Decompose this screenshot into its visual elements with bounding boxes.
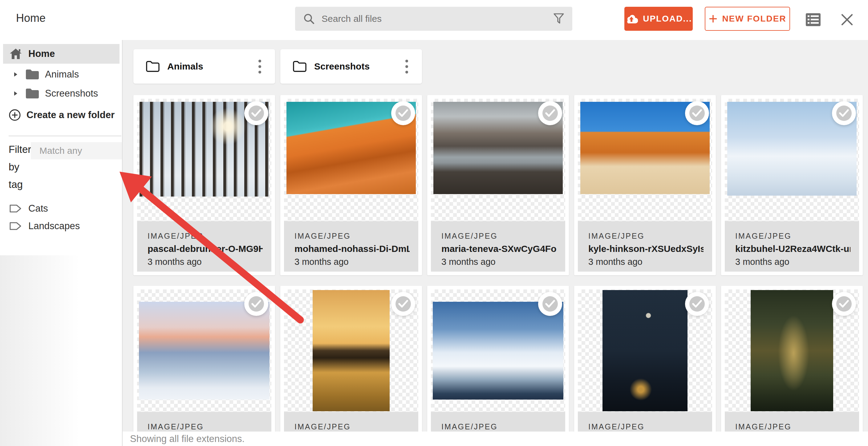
folder-kebab-menu[interactable]: [400, 58, 413, 75]
check-icon: [249, 296, 264, 312]
tag-item-cats[interactable]: Cats: [0, 199, 123, 218]
upload-button[interactable]: UPLOAD...: [624, 7, 693, 31]
file-thumbnail: [284, 289, 418, 412]
select-check-button[interactable]: [685, 292, 709, 316]
file-name: pascal-debrunner-O-MG9HpNKgI...: [148, 244, 263, 254]
file-modified-label: 3 months ago: [294, 257, 410, 267]
file-name: kyle-hinkson-rXSUedxSyIs-unspl...: [588, 244, 704, 254]
folder-card[interactable]: Screenshots: [280, 49, 422, 84]
folder-icon: [25, 69, 39, 80]
file-thumbnail: [137, 289, 271, 412]
close-button[interactable]: [838, 11, 856, 28]
search-bar[interactable]: [295, 7, 572, 31]
file-modified-label: 3 months ago: [735, 257, 850, 267]
sidebar-tree-item-animals[interactable]: Animals: [0, 65, 123, 84]
check-icon: [836, 296, 852, 312]
file-thumbnail: [578, 289, 712, 412]
file-caption: IMAGE/JPEG maria-teneva-SXwCyG4FoPk-uns.…: [431, 221, 565, 272]
create-new-folder-label: Create a new folder: [27, 109, 115, 121]
file-caption: IMAGE/JPEG mohamed-nohassi-Di-DmLD6cW8..…: [284, 221, 418, 272]
file-card[interactable]: IMAGE/JPEG kyle-hinkson-rXSUedxSyIs-unsp…: [574, 95, 716, 275]
file-thumbnail: [284, 99, 418, 221]
folder-outline-icon: [146, 61, 160, 72]
file-modified-label: 3 months ago: [148, 257, 263, 267]
folder-kebab-menu[interactable]: [253, 58, 266, 75]
file-caption: IMAGE/JPEG kitzbuhel-U2Reza4WCtk-unsplas…: [725, 221, 859, 272]
list-view-icon: [805, 12, 821, 27]
file-card[interactable]: IMAGE/JPEG kitzbuhel-U2Reza4WCtk-unsplas…: [721, 95, 863, 275]
tag-match-select[interactable]: Match any: [31, 142, 122, 159]
sidebar-item-home[interactable]: Home: [3, 44, 120, 64]
thumbnail-image: [602, 290, 687, 411]
file-type-label: IMAGE/JPEG: [441, 232, 557, 241]
sidebar-tree-item-screenshots[interactable]: Screenshots: [0, 84, 123, 103]
filter-icon[interactable]: [553, 13, 564, 25]
select-check-button[interactable]: [538, 292, 562, 316]
tag-item-landscapes[interactable]: Landscapes: [0, 217, 123, 235]
file-type-label: IMAGE/JPEG: [294, 422, 410, 431]
create-new-folder-button[interactable]: Create a new folder: [0, 105, 123, 125]
sidebar-divider: [9, 136, 121, 136]
sidebar-scrim: [0, 255, 80, 446]
new-folder-button-label: NEW FOLDER: [722, 14, 786, 24]
select-check-button[interactable]: [391, 292, 415, 316]
page-title: Home: [16, 12, 45, 25]
select-check-button[interactable]: [244, 101, 268, 125]
file-type-label: IMAGE/JPEG: [441, 422, 557, 431]
file-card[interactable]: IMAGE/JPEG maria-teneva-SXwCyG4FoPk-uns.…: [427, 95, 569, 275]
file-type-label: IMAGE/JPEG: [588, 422, 704, 431]
file-thumbnail: [137, 99, 271, 221]
file-name: kitzbuhel-U2Reza4WCtk-unsplas...: [735, 244, 850, 254]
plus-icon: [708, 14, 718, 23]
search-input[interactable]: [321, 13, 553, 24]
thumbnail-image: [313, 290, 390, 411]
select-check-button[interactable]: [391, 101, 415, 125]
select-check-button[interactable]: [244, 292, 268, 316]
caret-right-icon[interactable]: [13, 71, 19, 77]
file-caption: IMAGE/JPEG: [284, 412, 418, 432]
circle-plus-icon: [9, 109, 21, 121]
file-type-label: IMAGE/JPEG: [294, 232, 410, 241]
select-check-button[interactable]: [832, 101, 856, 125]
sidebar-home-label: Home: [28, 48, 55, 59]
check-icon: [836, 105, 852, 121]
file-caption: IMAGE/JPEG: [137, 412, 271, 432]
close-icon: [840, 13, 854, 27]
folder-card-name: Animals: [167, 61, 253, 72]
file-caption: IMAGE/JPEG: [578, 412, 712, 432]
select-check-button[interactable]: [685, 101, 709, 125]
status-text: Showing all file extensions.: [130, 434, 245, 444]
status-bar: Showing all file extensions.: [123, 432, 868, 446]
file-caption: IMAGE/JPEG: [431, 412, 565, 432]
list-view-button[interactable]: [805, 11, 822, 28]
select-check-button[interactable]: [832, 292, 856, 316]
file-thumbnail: [431, 99, 565, 221]
check-icon: [249, 105, 264, 121]
file-card[interactable]: IMAGE/JPEG: [280, 286, 422, 432]
thumbnail-image: [139, 302, 270, 400]
file-card[interactable]: IMAGE/JPEG: [133, 286, 275, 432]
file-caption: IMAGE/JPEG kyle-hinkson-rXSUedxSyIs-unsp…: [578, 221, 712, 272]
file-caption: IMAGE/JPEG: [725, 412, 859, 432]
new-folder-button[interactable]: NEW FOLDER: [705, 7, 790, 31]
file-browser-main: Animals Screenshots IMAGE/JPEG pascal-de…: [123, 40, 868, 432]
file-type-label: IMAGE/JPEG: [588, 232, 704, 241]
select-check-button[interactable]: [538, 101, 562, 125]
caret-right-icon[interactable]: [13, 91, 19, 97]
check-icon: [396, 296, 411, 312]
file-card[interactable]: IMAGE/JPEG mohamed-nohassi-Di-DmLD6cW8..…: [280, 95, 422, 275]
file-card[interactable]: IMAGE/JPEG: [574, 286, 716, 432]
file-card[interactable]: IMAGE/JPEG: [427, 286, 569, 432]
tag-label: Cats: [28, 203, 48, 214]
file-modified-label: 3 months ago: [588, 257, 704, 267]
folder-card-name: Screenshots: [314, 61, 400, 72]
file-card[interactable]: IMAGE/JPEG: [721, 286, 863, 432]
search-icon: [303, 13, 315, 25]
file-card[interactable]: IMAGE/JPEG pascal-debrunner-O-MG9HpNKgI.…: [133, 95, 275, 275]
folder-icon: [25, 88, 39, 99]
tag-icon: [9, 222, 22, 230]
folder-card[interactable]: Animals: [133, 49, 275, 84]
file-thumbnail: [578, 99, 712, 221]
file-type-label: IMAGE/JPEG: [148, 232, 263, 241]
thumbnail-image: [433, 302, 563, 400]
